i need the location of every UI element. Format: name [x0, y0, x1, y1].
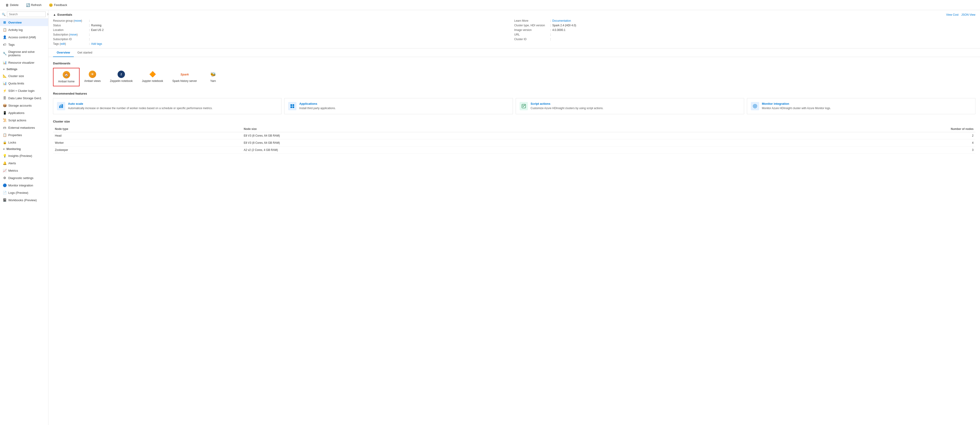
essentials-right-col: Learn More : Documentation Cluster type,… [514, 19, 975, 45]
sidebar-item-activity-log[interactable]: 📋 Activity log [0, 26, 48, 34]
sidebar-item-external-metastores[interactable]: 🗃 External metastores [0, 124, 48, 131]
data-lake-icon: 🗄 [3, 96, 6, 100]
svg-point-10 [754, 106, 755, 107]
json-view-link[interactable]: JSON View [961, 13, 975, 16]
cluster-table-header-row: Node type Node size Number of nodes [53, 126, 975, 132]
sidebar-item-logs[interactable]: 📄 Logs (Preview) [0, 189, 48, 197]
essentials-row-tags: Tags (edit) : Add tags [53, 42, 514, 45]
ambari-views-icon: 👁 [89, 70, 96, 78]
sidebar-item-data-lake[interactable]: 🗄 Data Lake Storage Gen1 [0, 94, 48, 102]
essentials-row-image-version: Image version : 4.0.3000.1 [514, 29, 975, 32]
sidebar-item-resource-visualizer[interactable]: 📊 Resource visualizer [0, 59, 48, 66]
sidebar-item-ssh-login[interactable]: ⚡ SSH + Cluster login [0, 87, 48, 94]
search-input[interactable] [7, 11, 46, 17]
table-row: Head E8 V3 (8 Cores, 64 GB RAM) 2 [53, 132, 975, 139]
diagnose-icon: 🔧 [3, 52, 6, 55]
monitoring-section-header[interactable]: ▼ Monitoring [0, 146, 48, 152]
dashboard-yarn[interactable]: 🐝 Yarn [202, 68, 224, 86]
table-row: Zookeeper A2 v2 (2 Cores, 4 GB RAM) 3 [53, 147, 975, 154]
feature-script-actions[interactable]: Script actions Customize Azure HDInsight… [516, 98, 744, 114]
sidebar-item-workbooks[interactable]: 📓 Workbooks (Preview) [0, 197, 48, 204]
essentials-row-cluster-id: Cluster ID : [514, 38, 975, 41]
view-cost-link[interactable]: View Cost [946, 13, 959, 16]
tags-edit-link[interactable]: edit [60, 42, 65, 45]
properties-icon: 📋 [3, 133, 6, 137]
sidebar-item-diagnostic-settings[interactable]: ⚙ Diagnostic settings [0, 174, 48, 182]
essentials-row-resource-group: Resource group (move) : [53, 19, 514, 22]
essentials-row-subscription-id: Subscription ID : [53, 38, 514, 41]
sidebar-item-diagnose[interactable]: 🔧 Diagnose and solve problems [0, 48, 48, 59]
toolbar: 🗑 Delete 🔄 Refresh 😊 Feedback [0, 0, 980, 10]
applications-feature-icon [288, 102, 296, 110]
sidebar-item-monitor-integration[interactable]: 🔵 Monitor integration [0, 182, 48, 189]
sidebar: 🔍 ✕ ◀ ⊞ Overview 📋 Activity log 👤 Access… [0, 10, 48, 425]
refresh-button[interactable]: 🔄 Refresh [24, 2, 44, 8]
dashboard-jupyter-notebook[interactable]: 🔶 Jupyter notebook [137, 68, 168, 86]
dashboard-zeppelin-notebook[interactable]: Z Zeppelin notebook [105, 68, 137, 86]
sidebar-item-overview[interactable]: ⊞ Overview [0, 19, 48, 26]
tab-overview[interactable]: Overview [53, 48, 74, 57]
dashboard-ambari-views[interactable]: 👁 Ambari views [80, 68, 105, 86]
diagnostic-settings-icon: ⚙ [3, 176, 6, 180]
dashboards-row: 🏠 Ambari home 👁 Ambari views Z Zeppelin … [53, 68, 975, 86]
svg-rect-0 [59, 106, 60, 108]
sidebar-item-access-control[interactable]: 👤 Access control (IAM) [0, 34, 48, 41]
svg-rect-3 [291, 104, 292, 106]
monitoring-chevron-icon: ▼ [3, 148, 5, 150]
essentials-row-status: Status : Running [53, 24, 514, 27]
feature-auto-scale[interactable]: Auto scale Automatically increase or dec… [53, 98, 282, 114]
col-num-nodes: Number of nodes [683, 126, 975, 132]
dashboard-ambari-home[interactable]: 🏠 Ambari home [53, 68, 80, 86]
sidebar-item-quota-limits[interactable]: 📊 Quota limits [0, 80, 48, 87]
essentials-row-cluster-type: Cluster type, HDI version : Spark 2.4 (H… [514, 24, 975, 27]
sidebar-item-locks[interactable]: 🔒 Locks [0, 139, 48, 146]
spark-icon: Spark [181, 70, 188, 78]
cluster-size-title: Cluster size [53, 120, 975, 123]
sidebar-item-cluster-size[interactable]: 📐 Cluster size [0, 72, 48, 80]
sidebar-item-script-actions[interactable]: 📜 Script actions [0, 117, 48, 124]
zeppelin-icon: Z [118, 70, 125, 78]
logs-icon: 📄 [3, 191, 6, 195]
sidebar-item-applications[interactable]: 📱 Applications [0, 109, 48, 117]
sidebar-item-tags[interactable]: 🏷 Tags [0, 41, 48, 48]
feedback-button[interactable]: 😊 Feedback [47, 2, 69, 8]
autoscale-icon [57, 102, 65, 110]
documentation-link[interactable]: Documentation [552, 19, 571, 22]
essentials-links: View Cost JSON View [946, 13, 975, 16]
script-actions-icon: 📜 [3, 118, 6, 122]
feature-monitor-integration[interactable]: Monitor integration Monitor Azure HDInsi… [747, 98, 975, 114]
cluster-size-icon: 📐 [3, 74, 6, 78]
sidebar-item-properties[interactable]: 📋 Properties [0, 131, 48, 139]
sidebar-item-metrics[interactable]: 📈 Metrics [0, 167, 48, 174]
locks-icon: 🔒 [3, 141, 6, 144]
tabs-bar: Overview Get started [48, 48, 980, 57]
essentials-title: ▲ Essentials [53, 13, 72, 16]
feature-applications[interactable]: Applications Install third party applica… [284, 98, 513, 114]
resource-group-move-link[interactable]: move [75, 19, 81, 22]
jupyter-icon: 🔶 [149, 70, 156, 78]
delete-button[interactable]: 🗑 Delete [4, 2, 21, 8]
sidebar-search-bar: 🔍 ✕ ◀ [0, 10, 48, 19]
script-actions-feature-icon [520, 102, 528, 110]
tab-get-started[interactable]: Get started [74, 48, 96, 57]
settings-chevron-icon: ▼ [3, 68, 5, 70]
add-tags-link[interactable]: Add tags [91, 42, 102, 45]
settings-section-header[interactable]: ▼ Settings [0, 66, 48, 72]
main-layout: 🔍 ✕ ◀ ⊞ Overview 📋 Activity log 👤 Access… [0, 10, 980, 425]
essentials-row-location: Location : East US 2 [53, 29, 514, 32]
features-grid: Auto scale Automatically increase or dec… [53, 98, 975, 114]
sidebar-item-alerts[interactable]: 🔔 Alerts [0, 160, 48, 167]
sidebar-item-insights[interactable]: 💡 Insights (Preview) [0, 152, 48, 160]
subscription-move-link[interactable]: move [70, 33, 76, 36]
essentials-collapse-icon[interactable]: ▲ [53, 13, 56, 16]
col-node-type: Node type [53, 126, 242, 132]
overview-icon: ⊞ [3, 21, 6, 24]
essentials-row-subscription: Subscription (move) : [53, 33, 514, 36]
quota-limits-icon: 📊 [3, 81, 6, 85]
essentials-left-col: Resource group (move) : Status : Running… [53, 19, 514, 45]
table-row: Worker E8 V3 (8 Cores, 64 GB RAM) 4 [53, 139, 975, 147]
external-metastores-icon: 🗃 [3, 126, 6, 129]
insights-icon: 💡 [3, 154, 6, 158]
dashboard-spark-history[interactable]: Spark Spark history server [168, 68, 202, 86]
sidebar-item-storage-accounts[interactable]: 📦 Storage accounts [0, 102, 48, 109]
